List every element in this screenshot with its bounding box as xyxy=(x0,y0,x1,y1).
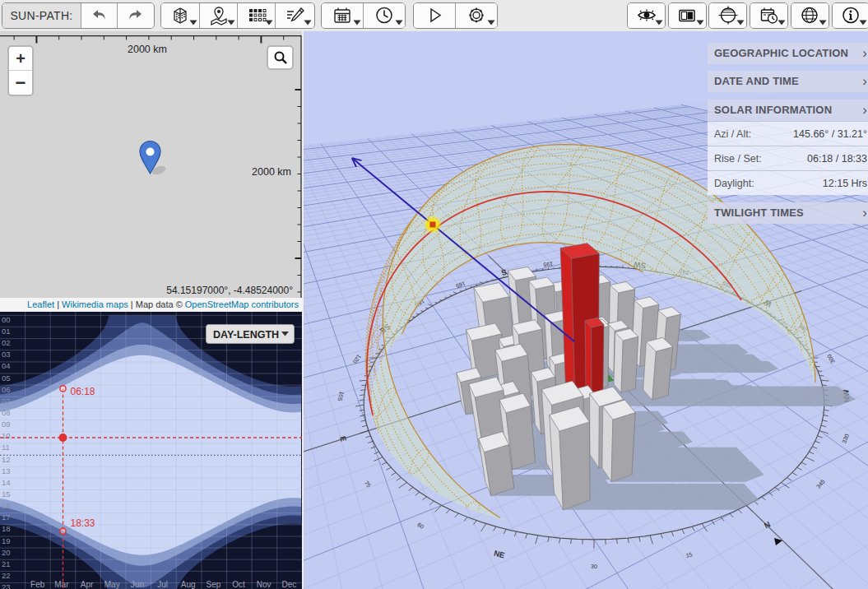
svg-text:DAY-LENGTH: DAY-LENGTH xyxy=(213,329,279,341)
svg-text:Nov: Nov xyxy=(257,580,272,589)
svg-text:13: 13 xyxy=(2,466,11,475)
svg-text:195: 195 xyxy=(543,261,553,267)
svg-text:30: 30 xyxy=(591,563,597,569)
svg-text:May: May xyxy=(104,580,120,589)
svg-text:23: 23 xyxy=(2,582,11,589)
svg-text:06: 06 xyxy=(2,385,11,394)
svg-text:15: 15 xyxy=(2,489,11,499)
svg-text:20: 20 xyxy=(2,548,11,557)
svg-text:19: 19 xyxy=(2,536,11,545)
svg-text:Aug: Aug xyxy=(181,580,196,589)
svg-text:Dec: Dec xyxy=(282,580,297,589)
svg-text:Mar: Mar xyxy=(54,580,69,589)
svg-text:02: 02 xyxy=(2,338,11,347)
svg-text:12: 12 xyxy=(2,455,11,464)
svg-text:07: 07 xyxy=(2,397,11,406)
svg-text:03: 03 xyxy=(2,350,11,359)
svg-text:18: 18 xyxy=(2,524,11,533)
svg-text:04: 04 xyxy=(2,361,11,370)
svg-text:Oct: Oct xyxy=(232,580,245,589)
svg-text:11: 11 xyxy=(2,443,10,452)
svg-text:09: 09 xyxy=(2,420,11,429)
svg-text:10: 10 xyxy=(2,431,11,440)
svg-text:Feb: Feb xyxy=(30,580,45,589)
svg-text:05: 05 xyxy=(2,373,11,383)
svg-text:08: 08 xyxy=(2,408,11,417)
svg-text:17: 17 xyxy=(2,512,11,522)
svg-text:Sep: Sep xyxy=(207,580,221,589)
svg-text:21: 21 xyxy=(2,559,11,568)
svg-text:Jun: Jun xyxy=(131,580,144,589)
svg-text:18:33: 18:33 xyxy=(71,517,95,529)
svg-text:Apr: Apr xyxy=(81,580,94,589)
svg-text:16: 16 xyxy=(2,501,11,510)
svg-text:06:18: 06:18 xyxy=(71,386,95,397)
svg-text:00: 00 xyxy=(2,315,11,324)
svg-text:14: 14 xyxy=(2,478,11,487)
svg-text:Jul: Jul xyxy=(157,580,168,589)
svg-text:22: 22 xyxy=(2,571,11,580)
svg-text:01: 01 xyxy=(2,327,11,336)
